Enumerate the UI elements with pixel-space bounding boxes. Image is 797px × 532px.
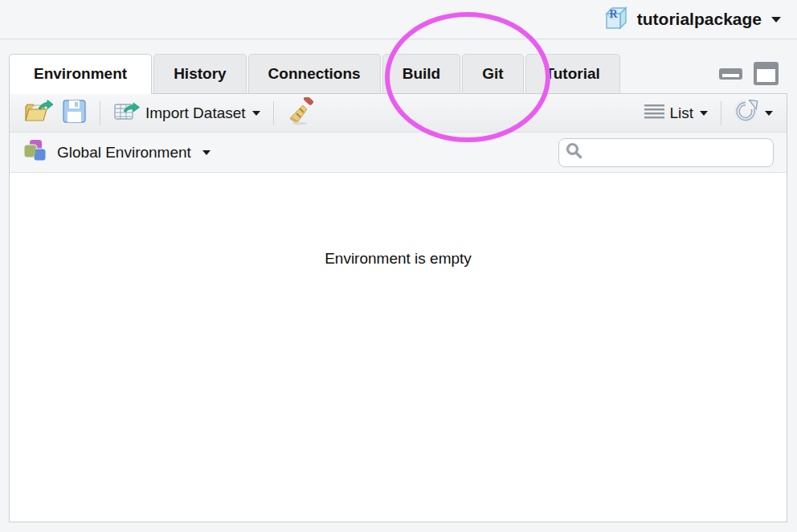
project-dropdown-caret-icon[interactable] (771, 17, 781, 23)
import-dataset-button[interactable]: Import Dataset (109, 98, 264, 129)
environment-pane: Environment History Connections Build Gi… (9, 54, 787, 522)
environment-scope-label: Global Environment (57, 144, 191, 162)
save-floppy-icon (62, 99, 87, 127)
svg-text:R: R (609, 8, 618, 20)
toolbar-right-group: List (640, 97, 777, 129)
toolbar-separator (273, 101, 274, 125)
tab-environment[interactable]: Environment (9, 54, 152, 94)
list-lines-icon (644, 104, 664, 123)
toolbar-separator (100, 101, 100, 125)
clear-objects-button[interactable] (283, 95, 320, 132)
load-workspace-button[interactable] (19, 96, 58, 130)
display-mode-caret-icon (700, 111, 708, 116)
project-bar: R tutorialpackage (0, 0, 797, 39)
display-mode-button[interactable]: List (640, 101, 712, 125)
search-icon (566, 142, 582, 162)
open-folder-icon (23, 99, 54, 128)
environment-scope-selector[interactable]: Global Environment (22, 138, 210, 166)
environment-scope-caret-icon (202, 150, 210, 155)
broom-icon (287, 97, 316, 129)
tab-build[interactable]: Build (382, 54, 461, 93)
environment-toolbar: Import Dataset (10, 94, 787, 133)
tab-tutorial[interactable]: Tutorial (525, 54, 620, 93)
import-dataset-label: Import Dataset (145, 104, 246, 122)
environment-search-box (558, 138, 774, 167)
display-mode-label: List (669, 104, 693, 122)
import-dataset-caret-icon (252, 111, 260, 116)
minimize-pane-icon[interactable] (718, 68, 743, 80)
global-environment-icon (22, 138, 47, 166)
refresh-button[interactable] (730, 97, 777, 129)
refresh-caret-icon (765, 111, 773, 116)
toolbar-separator (721, 101, 721, 125)
empty-environment-message: Environment is empty (10, 250, 787, 268)
environment-search-input[interactable] (587, 145, 766, 161)
refresh-icon (734, 100, 758, 126)
import-dataset-icon (113, 100, 141, 126)
environment-scope-bar: Global Environment (10, 133, 787, 173)
tab-git[interactable]: Git (462, 54, 523, 93)
project-name[interactable]: tutorialpackage (637, 10, 762, 29)
tab-connections[interactable]: Connections (248, 54, 381, 93)
pane-body: Import Dataset (9, 93, 787, 522)
pane-window-controls (718, 54, 787, 93)
pane-tabbar: Environment History Connections Build Gi… (9, 54, 787, 93)
save-workspace-button[interactable] (58, 96, 91, 129)
maximize-pane-icon[interactable] (753, 61, 779, 86)
environment-content: Environment is empty (10, 173, 787, 522)
tab-history[interactable]: History (153, 54, 246, 93)
r-project-icon: R (602, 4, 629, 35)
